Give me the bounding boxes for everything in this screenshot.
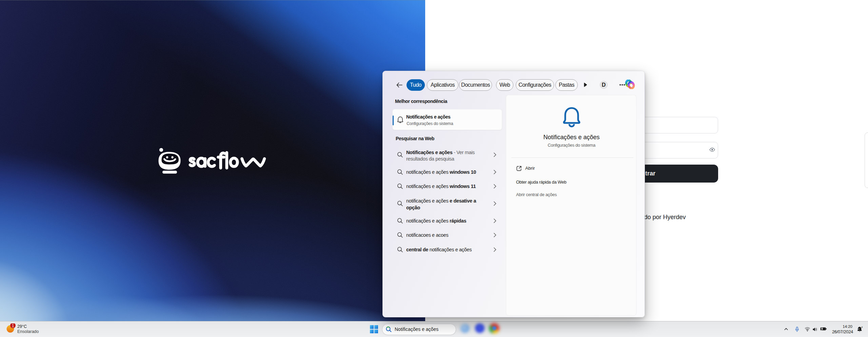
svg-text:1: 1 [12,323,14,328]
svg-text:z: z [859,328,860,330]
svg-text:z: z [862,326,863,328]
